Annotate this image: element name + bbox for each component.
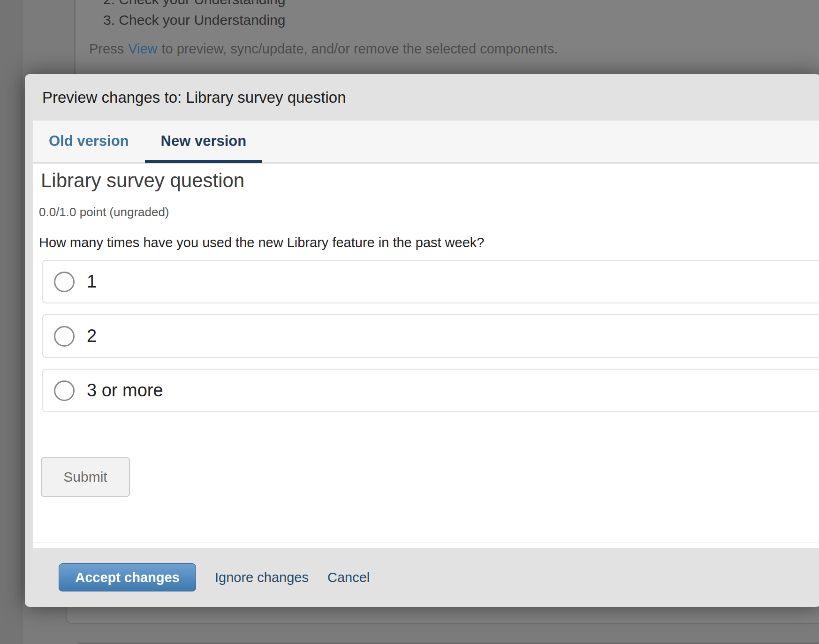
submit-button[interactable]: Submit (41, 457, 130, 497)
outline-list-item: 2. Check your Understanding (103, 0, 286, 9)
preview-content: Library survey question 0.0/1.0 point (u… (33, 164, 819, 548)
radio-icon[interactable] (54, 272, 75, 292)
press-view-hint-text: PressViewto preview, sync/update, and/or… (89, 40, 558, 57)
ignore-changes-link[interactable]: Ignore changes (215, 570, 309, 585)
accept-changes-button[interactable]: Accept changes (59, 563, 196, 591)
radio-icon[interactable] (54, 326, 75, 347)
background-left-gutter (0, 0, 23, 644)
problem-heading: Library survey question (41, 169, 244, 192)
press-hint-before: Press (89, 41, 124, 56)
preview-changes-modal: Preview changes to: Library survey quest… (25, 74, 819, 607)
option-label: 2 (87, 326, 97, 346)
modal-title: Preview changes to: Library survey quest… (42, 89, 346, 106)
modal-header: Preview changes to: Library survey quest… (25, 74, 819, 121)
tab-new-version[interactable]: New version (145, 121, 263, 162)
option-row-2[interactable]: 2 (42, 314, 819, 358)
version-tabbar: Old version New version (33, 121, 819, 163)
option-row-1[interactable]: 1 (42, 260, 819, 303)
cancel-link[interactable]: Cancel (327, 570, 370, 585)
option-row-3[interactable]: 3 or more (42, 369, 819, 412)
tab-old-version[interactable]: Old version (33, 121, 145, 162)
option-label: 1 (87, 272, 97, 292)
points-status: 0.0/1.0 point (ungraded) (39, 205, 169, 220)
outline-list-item: 3. Check your Understanding (103, 10, 286, 30)
content-divider (33, 542, 819, 543)
question-prompt: How many times have you used the new Lib… (39, 235, 484, 250)
option-label: 3 or more (87, 380, 163, 401)
view-link[interactable]: View (128, 41, 157, 56)
modal-footer: Accept changes Ignore changes Cancel (25, 548, 819, 607)
press-hint-after: to preview, sync/update, and/or remove t… (161, 41, 558, 56)
answer-options: 1 2 3 or more (42, 260, 819, 423)
radio-icon[interactable] (54, 380, 75, 401)
